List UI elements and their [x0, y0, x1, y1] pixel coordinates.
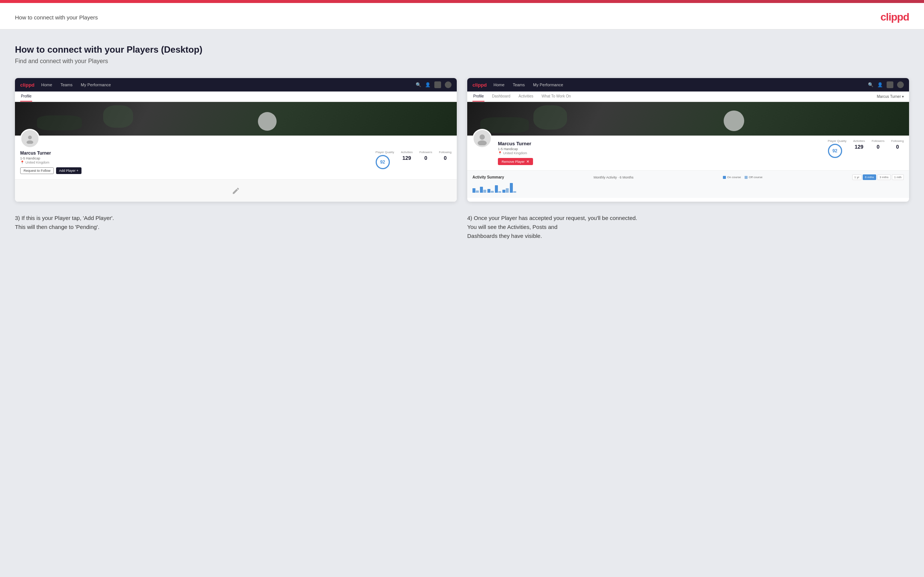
search-icon[interactable]: 🔍	[416, 82, 421, 87]
left-player-country: 📍 United Kingdom	[20, 161, 81, 164]
left-profile-body: Marcus Turner 1-5 Handicap 📍 United King…	[15, 135, 457, 179]
description-left: 3) If this is your Player tap, 'Add Play…	[15, 214, 457, 240]
description-right-text: 4) Once your Player has accepted your re…	[467, 214, 909, 240]
right-player-name: Marcus Turner	[498, 141, 822, 147]
svg-point-2	[480, 134, 485, 140]
right-activity-title: Activity Summary	[472, 175, 504, 179]
chart-bar-group-1	[472, 188, 479, 193]
right-player-handicap: 1-5 Handicap	[498, 147, 822, 151]
user-icon[interactable]: 👤	[425, 82, 431, 87]
chart-bar	[510, 183, 513, 193]
chart-bar	[476, 190, 479, 193]
left-screenshot-bottom	[15, 179, 457, 201]
left-nav-teams[interactable]: Teams	[59, 82, 74, 88]
right-tab-profile[interactable]: Profile	[472, 92, 485, 102]
chart-bar	[498, 191, 501, 193]
svg-point-1	[27, 140, 33, 144]
chart-bar	[483, 190, 486, 193]
on-course-dot	[723, 176, 726, 179]
right-chart-area	[472, 183, 904, 194]
right-remove-player-button[interactable]: Remove Player ✕	[498, 158, 533, 165]
section-subtitle: Find and connect with your Players	[15, 58, 909, 64]
right-tab-activities[interactable]: Activities	[518, 92, 534, 102]
left-nav-performance[interactable]: My Performance	[79, 82, 113, 88]
right-time-buttons: 1 yr 6 mths 3 mths 1 mth	[852, 174, 904, 180]
right-player-country: 📍 United Kingdom	[498, 151, 822, 155]
time-btn-3mths[interactable]: 3 mths	[877, 174, 891, 180]
left-nav-icons: 🔍 👤	[416, 81, 452, 88]
chart-bar	[502, 190, 506, 193]
chart-bar	[513, 191, 516, 193]
chart-bar-group-5	[502, 188, 509, 193]
page-header: How to connect with your Players clippd	[0, 3, 924, 29]
left-profile-info-row: Marcus Turner 1-5 Handicap 📍 United King…	[20, 150, 452, 174]
right-activity-legend: On course Off course	[723, 176, 762, 179]
right-profile-avatar	[472, 129, 492, 148]
right-nav-logo: clippd	[472, 82, 487, 88]
right-legend-on: On course	[723, 176, 741, 179]
left-nav-home[interactable]: Home	[40, 82, 53, 88]
chart-bar	[472, 188, 475, 193]
left-stat-following: Following 0	[439, 150, 452, 161]
avatar-icon[interactable]	[445, 81, 452, 88]
main-content: How to connect with your Players (Deskto…	[0, 29, 924, 577]
left-profile-stats: Player Quality 92 Activities 129 Followe	[376, 150, 452, 169]
chart-bar	[506, 188, 509, 193]
settings-icon[interactable]	[435, 81, 441, 88]
time-btn-1yr[interactable]: 1 yr	[852, 174, 862, 180]
right-stat-following: Following 0	[891, 139, 904, 150]
right-nav-icons: 🔍 👤	[868, 81, 904, 88]
right-tab-what-to-work-on[interactable]: What To Work On	[541, 92, 572, 102]
right-app-tabs: Profile Dashboard Activities What To Wor…	[467, 92, 909, 102]
chart-bar	[495, 185, 498, 193]
chart-bar	[488, 189, 490, 193]
right-nav-performance[interactable]: My Performance	[531, 82, 565, 88]
left-quality-circle: 92	[376, 155, 390, 169]
right-activity-header: Activity Summary Monthly Activity · 6 Mo…	[472, 174, 904, 180]
time-btn-1mth[interactable]: 1 mth	[892, 174, 904, 180]
right-stat-activities: Activities 129	[853, 139, 865, 150]
remove-x-icon: ✕	[526, 160, 529, 164]
left-tab-profile[interactable]: Profile	[20, 92, 32, 102]
svg-point-0	[28, 135, 32, 139]
pen-icon	[232, 187, 240, 195]
clippd-logo: clippd	[880, 11, 909, 23]
page-header-title: How to connect with your Players	[15, 14, 98, 21]
location-icon: 📍	[20, 161, 24, 164]
right-activity-section: Activity Summary Monthly Activity · 6 Mo…	[467, 170, 909, 198]
right-nav-home[interactable]: Home	[492, 82, 506, 88]
time-btn-6mths[interactable]: 6 mths	[863, 174, 876, 180]
right-legend-off: Off course	[745, 176, 762, 179]
right-activity-period: Monthly Activity · 6 Months	[594, 176, 633, 179]
screenshot-left: clippd Home Teams My Performance 🔍 👤 Pro…	[15, 78, 457, 201]
right-user-icon[interactable]: 👤	[877, 82, 883, 87]
right-tab-user[interactable]: Marcus Turner ▾	[877, 95, 904, 98]
left-app-tabs: Profile	[15, 92, 457, 102]
left-follow-button[interactable]: Request to Follow	[20, 167, 54, 174]
descriptions-row: 3) If this is your Player tap, 'Add Play…	[15, 214, 909, 240]
section-title: How to connect with your Players (Deskto…	[15, 44, 909, 55]
right-stat-followers: Followers 0	[872, 139, 884, 150]
right-stat-quality: Player Quality 92	[828, 139, 846, 158]
right-settings-icon[interactable]	[887, 81, 893, 88]
right-profile-stats: Player Quality 92 Activities 129 Followe	[828, 139, 904, 158]
left-stat-quality: Player Quality 92	[376, 150, 394, 169]
description-left-text: 3) If this is your Player tap, 'Add Play…	[15, 214, 457, 232]
left-profile-name-section: Marcus Turner 1-5 Handicap 📍 United King…	[20, 150, 81, 174]
right-avatar-icon[interactable]	[897, 81, 904, 88]
right-quality-circle: 92	[828, 144, 842, 158]
left-nav-logo: clippd	[20, 82, 34, 88]
chart-bar-group-3	[488, 189, 494, 193]
left-stat-activities: Activities 129	[401, 150, 413, 161]
left-stat-followers: Followers 0	[419, 150, 432, 161]
left-profile-banner	[15, 102, 457, 135]
left-add-player-button[interactable]: Add Player +	[56, 167, 81, 174]
left-profile-area: Marcus Turner 1-5 Handicap 📍 United King…	[15, 102, 457, 201]
chart-bar-group-4	[495, 185, 501, 193]
right-nav-teams[interactable]: Teams	[511, 82, 526, 88]
right-player-details: Marcus Turner 1-5 Handicap 📍 United King…	[498, 139, 822, 165]
right-location-icon: 📍	[498, 151, 502, 155]
right-search-icon[interactable]: 🔍	[868, 82, 874, 87]
right-profile-body: Marcus Turner 1-5 Handicap 📍 United King…	[467, 135, 909, 170]
right-tab-dashboard[interactable]: Dashboard	[491, 92, 511, 102]
